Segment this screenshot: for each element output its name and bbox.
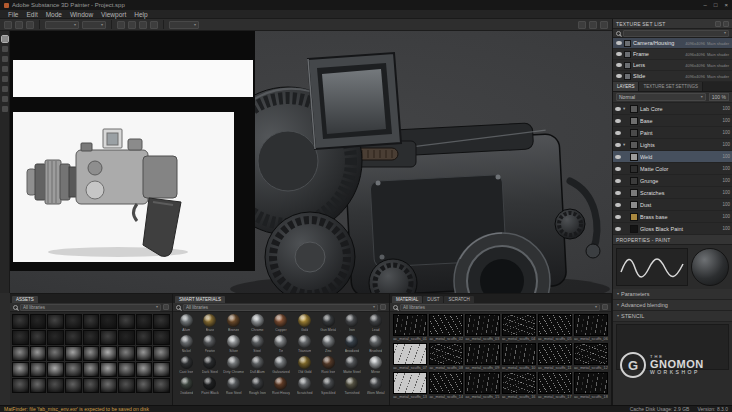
polygon-fill-tool-icon[interactable] xyxy=(2,66,8,72)
asset-thumbnail[interactable] xyxy=(118,314,135,329)
menu-item[interactable]: Viewport xyxy=(97,11,130,18)
asset-thumbnail[interactable] xyxy=(12,330,29,345)
smart-material-item[interactable]: Brass xyxy=(199,314,222,334)
asset-thumbnail[interactable] xyxy=(153,314,170,329)
asset-thumbnail[interactable] xyxy=(47,378,64,393)
smart-material-item[interactable]: Dirty Chrome xyxy=(222,356,245,376)
perspective-icon[interactable] xyxy=(600,21,608,29)
smart-material-item[interactable]: Nickel xyxy=(175,335,198,355)
camera-dropdown[interactable]: ▾ xyxy=(169,21,199,29)
smart-materials-library-dropdown[interactable]: All libraries▾ xyxy=(183,304,378,311)
layer-visibility-icon[interactable] xyxy=(615,227,621,231)
layer-row[interactable]: Grunge 100 xyxy=(613,175,732,187)
smart-material-item[interactable]: Galvanized xyxy=(270,356,293,376)
close-button[interactable]: × xyxy=(724,0,728,10)
smudge-tool-icon[interactable] xyxy=(2,76,8,82)
asset-thumbnail[interactable] xyxy=(83,362,100,377)
grunge-map-item[interactable]: ac_metal_scuffs_11 xyxy=(538,343,572,370)
smart-material-item[interactable]: Gold xyxy=(293,314,316,334)
asset-thumbnail[interactable] xyxy=(30,346,47,361)
asset-thumbnail[interactable] xyxy=(65,378,82,393)
grunge-map-item[interactable]: ac_metal_scuffs_13 xyxy=(393,372,427,399)
layer-row[interactable]: Matte Color 100 xyxy=(613,163,732,175)
panel-menu-icon[interactable] xyxy=(723,21,729,27)
visibility-eye-icon[interactable] xyxy=(616,52,622,56)
grunge-map-item[interactable]: ac_metal_scuffs_08 xyxy=(429,343,463,370)
grunge-map-item[interactable]: ac_metal_scuffs_07 xyxy=(393,343,427,370)
asset-thumbnail[interactable] xyxy=(83,330,100,345)
asset-thumbnail[interactable] xyxy=(83,346,100,361)
property-group-header[interactable]: ▾ STENCIL xyxy=(613,311,732,322)
asset-thumbnail[interactable] xyxy=(153,378,170,393)
smart-material-item[interactable]: Dark Steel xyxy=(199,356,222,376)
asset-thumbnail[interactable] xyxy=(136,362,153,377)
layer-expand-icon[interactable]: ▾ xyxy=(623,106,628,111)
smart-material-item[interactable]: Paint Black xyxy=(199,377,222,397)
grunge-map-item[interactable]: ac_metal_scuffs_02 xyxy=(429,314,463,341)
grunge-map-item[interactable]: ac_metal_scuffs_04 xyxy=(502,314,536,341)
smart-material-item[interactable]: Mirror xyxy=(364,356,387,376)
smart-material-item[interactable]: Tin xyxy=(270,335,293,355)
asset-thumbnail[interactable] xyxy=(30,330,47,345)
layer-row[interactable]: Paint 100 xyxy=(613,127,732,139)
layer-visibility-icon[interactable] xyxy=(615,131,621,135)
grunge-map-item[interactable]: ac_metal_scuffs_06 xyxy=(574,314,608,341)
tab-assets[interactable]: ASSETS xyxy=(12,296,38,303)
grid-view-icon[interactable] xyxy=(602,304,608,310)
layer-visibility-icon[interactable] xyxy=(615,143,621,147)
layer-row[interactable]: ▾ Lights 100 xyxy=(613,139,732,151)
layer-visibility-icon[interactable] xyxy=(615,203,621,207)
texture-set-filter-dropdown[interactable]: ▾ xyxy=(623,30,729,37)
brush-tool-icon[interactable] xyxy=(2,36,8,42)
viewport-3d[interactable] xyxy=(10,31,612,293)
display-settings-icon[interactable] xyxy=(578,21,586,29)
menu-item[interactable]: File xyxy=(4,11,22,18)
smart-material-item[interactable]: Cast Iron xyxy=(175,356,198,376)
grunge-map-item[interactable]: ac_metal_scuffs_14 xyxy=(429,372,463,399)
visibility-eye-icon[interactable] xyxy=(616,41,622,45)
lazy-mouse-icon[interactable] xyxy=(128,21,136,29)
smart-material-item[interactable]: Dull Alum xyxy=(246,356,269,376)
smart-material-item[interactable]: Raw Steel xyxy=(222,377,245,397)
layer-visibility-icon[interactable] xyxy=(615,155,621,159)
asset-thumbnail[interactable] xyxy=(12,362,29,377)
asset-thumbnail[interactable] xyxy=(65,330,82,345)
menu-item[interactable]: Mode xyxy=(42,11,66,18)
asset-thumbnail[interactable] xyxy=(100,378,117,393)
smart-material-item[interactable]: Old Gold xyxy=(293,356,316,376)
smart-material-item[interactable]: Pewter xyxy=(199,335,222,355)
visibility-eye-icon[interactable] xyxy=(616,63,622,67)
grunge-library-dropdown[interactable]: All libraries▾ xyxy=(400,304,600,311)
eraser-tool-icon[interactable] xyxy=(15,21,23,29)
smart-material-item[interactable]: Scratched xyxy=(293,377,316,397)
smart-material-item[interactable]: Anodized xyxy=(341,335,364,355)
layer-visibility-icon[interactable] xyxy=(615,119,621,123)
texture-set-row[interactable]: Frame 4096x4096 Main shader xyxy=(613,49,732,60)
grunge-panel-tab[interactable]: DUST xyxy=(423,296,443,303)
list-options-icon[interactable] xyxy=(715,21,721,27)
visibility-eye-icon[interactable] xyxy=(616,74,622,78)
projection-tool-icon[interactable] xyxy=(26,21,34,29)
asset-thumbnail[interactable] xyxy=(12,378,29,393)
maximize-button[interactable]: □ xyxy=(714,0,718,10)
texture-set-row[interactable]: Camera/Housing 4096x4096 Main shader xyxy=(613,38,732,49)
asset-thumbnail[interactable] xyxy=(118,362,135,377)
smart-material-item[interactable]: Rust Iron xyxy=(317,356,340,376)
asset-thumbnail[interactable] xyxy=(136,378,153,393)
asset-thumbnail[interactable] xyxy=(47,362,64,377)
asset-thumbnail[interactable] xyxy=(118,346,135,361)
asset-thumbnail[interactable] xyxy=(12,346,29,361)
smart-material-item[interactable]: Copper xyxy=(270,314,293,334)
asset-thumbnail[interactable] xyxy=(47,346,64,361)
asset-thumbnail[interactable] xyxy=(30,314,47,329)
layer-row[interactable]: Dust 100 xyxy=(613,199,732,211)
smart-material-item[interactable]: Chrome xyxy=(246,314,269,334)
grunge-map-item[interactable]: ac_metal_scuffs_10 xyxy=(502,343,536,370)
property-group-header[interactable]: ▾ Parameters xyxy=(613,289,732,300)
asset-thumbnail[interactable] xyxy=(100,346,117,361)
smart-material-item[interactable]: Worn Metal xyxy=(364,377,387,397)
asset-thumbnail[interactable] xyxy=(136,314,153,329)
smart-material-item[interactable]: Lead xyxy=(364,314,387,334)
panel-tab[interactable]: LAYERS xyxy=(613,82,639,91)
layer-visibility-icon[interactable] xyxy=(615,167,621,171)
